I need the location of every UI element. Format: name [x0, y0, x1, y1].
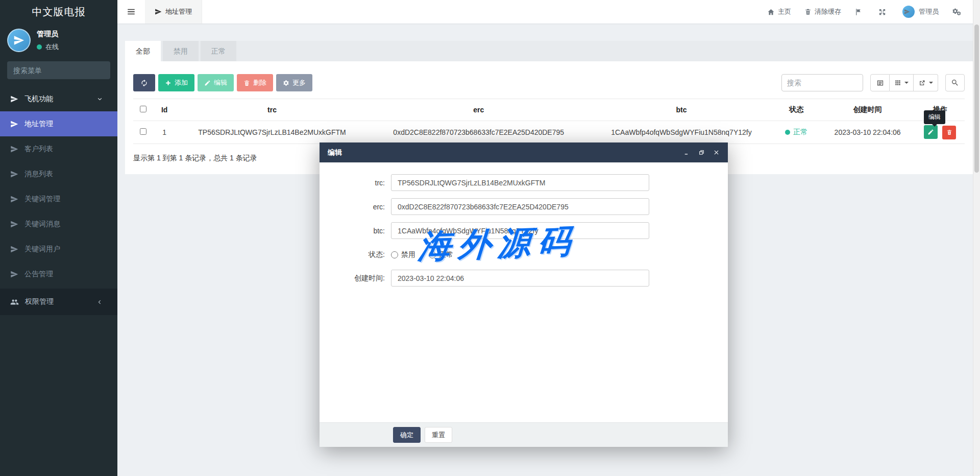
column-header-status[interactable]: 状态 — [773, 99, 819, 121]
user-menu[interactable]: 管理员 — [902, 6, 939, 18]
export-icon — [918, 79, 926, 87]
delete-button[interactable]: 删除 — [237, 74, 273, 91]
erc-field[interactable] — [391, 198, 649, 215]
sidebar-item-message-list[interactable]: 消息列表 — [0, 161, 117, 186]
status-badge: 正常 — [773, 121, 819, 144]
minimize-button[interactable] — [683, 149, 690, 156]
status-dot — [785, 130, 790, 135]
table-row[interactable]: 1 TP56SDRJLtQWG7SjrLzLB14Be2MUxkGFTM 0xd… — [133, 121, 965, 144]
maximize-icon — [698, 149, 705, 156]
cell-trc: TP56SDRJLtQWG7SjrLzLB14Be2MUxkGFTM — [176, 121, 368, 144]
sidebar-item-customer-list[interactable]: 客户列表 — [0, 136, 117, 161]
sidebar-search-input[interactable] — [13, 66, 106, 75]
cell-id: 1 — [153, 121, 176, 144]
more-button[interactable]: 更多 — [276, 74, 312, 91]
trc-field[interactable] — [391, 174, 649, 191]
sidebar-search[interactable] — [7, 61, 110, 79]
status-option-normal[interactable]: 正常 — [429, 250, 453, 259]
row-checkbox[interactable] — [140, 128, 146, 135]
search-button[interactable] — [945, 74, 965, 91]
column-header-created[interactable]: 创建时间 — [819, 99, 915, 121]
column-header-id[interactable]: Id — [153, 99, 176, 121]
trash-icon — [804, 8, 812, 15]
erc-label: erc: — [320, 203, 391, 211]
sidebar-item-plane-functions[interactable]: 飞机功能 — [0, 86, 117, 111]
minimize-icon — [683, 149, 690, 156]
toolbar: 添加 编辑 删除 更多 — [133, 74, 965, 91]
ok-button[interactable]: 确定 — [393, 427, 421, 443]
sidebar-item-keyword-management[interactable]: 关键词管理 — [0, 186, 117, 211]
language-switch[interactable] — [854, 8, 865, 16]
close-icon — [713, 149, 720, 156]
select-all-checkbox[interactable] — [140, 106, 146, 112]
detail-view-button[interactable] — [870, 74, 890, 91]
chevron-left-icon — [96, 299, 103, 305]
cell-erc: 0xdD2C8E822f870723b68633fc7E2EA25D420DE7… — [368, 121, 590, 144]
normal-radio[interactable] — [429, 251, 436, 258]
home-link[interactable]: 主页 — [767, 7, 791, 16]
panel-tabs: 全部 禁用 正常 — [125, 41, 973, 61]
column-header-btc[interactable]: btc — [590, 99, 774, 121]
tab-disabled[interactable]: 禁用 — [163, 41, 199, 61]
cogs-icon — [952, 8, 962, 16]
language-flag-icon — [854, 8, 862, 16]
btc-field[interactable] — [391, 222, 649, 239]
user-name: 管理员 — [37, 30, 59, 39]
online-dot — [37, 44, 42, 50]
reset-button[interactable]: 重置 — [425, 427, 452, 443]
home-icon — [767, 8, 775, 16]
paper-plane-icon — [10, 195, 18, 203]
paper-plane-icon — [10, 95, 18, 103]
sidebar-item-announcement-management[interactable]: 公告管理 — [0, 261, 117, 287]
dialog-header[interactable]: 编辑 — [320, 142, 728, 162]
users-icon — [10, 298, 19, 306]
close-button[interactable] — [713, 149, 720, 156]
vertical-scrollbar[interactable] — [973, 0, 980, 476]
add-button[interactable]: 添加 — [158, 74, 194, 91]
sidebar-item-keyword-user[interactable]: 关键词用户 — [0, 236, 117, 261]
paper-plane-icon — [155, 8, 162, 15]
row-edit-button[interactable] — [924, 125, 938, 139]
table-header-row: Id trc erc btc 状态 创建时间 操作 — [133, 99, 965, 121]
column-header-erc[interactable]: erc — [368, 99, 590, 121]
scrollbar-thumb[interactable] — [974, 25, 979, 173]
paper-plane-icon — [10, 120, 18, 128]
created-label: 创建时间: — [320, 274, 391, 283]
trash-icon — [243, 80, 250, 86]
caret-down-icon — [904, 82, 909, 84]
table-search-input[interactable] — [781, 74, 863, 91]
status-label: 状态: — [320, 250, 391, 259]
refresh-button[interactable] — [133, 74, 155, 91]
tab-normal[interactable]: 正常 — [201, 41, 236, 61]
export-button[interactable] — [914, 74, 938, 91]
fullscreen-icon — [878, 8, 886, 16]
settings-menu[interactable] — [952, 8, 965, 16]
trash-icon — [946, 129, 952, 135]
maximize-button[interactable] — [698, 149, 705, 156]
paper-plane-icon — [10, 270, 18, 278]
sidebar-item-permission-management[interactable]: 权限管理 — [0, 289, 117, 315]
edit-button[interactable]: 编辑 — [198, 74, 234, 91]
paper-plane-icon — [10, 170, 18, 178]
sidebar-item-keyword-message[interactable]: 关键词消息 — [0, 211, 117, 236]
address-table: Id trc erc btc 状态 创建时间 操作 1 TP56SDRJLtQW… — [133, 99, 965, 144]
clear-cache-link[interactable]: 清除缓存 — [804, 7, 841, 16]
pencil-icon — [927, 129, 934, 135]
tab-all[interactable]: 全部 — [125, 41, 161, 61]
cell-actions — [916, 121, 965, 144]
column-header-trc[interactable]: trc — [176, 99, 368, 121]
columns-button[interactable] — [890, 74, 914, 91]
created-field[interactable] — [391, 270, 649, 287]
pencil-icon — [204, 80, 211, 86]
row-delete-button[interactable] — [942, 126, 956, 139]
sidebar-item-address-management[interactable]: 地址管理 — [0, 111, 117, 136]
telegram-avatar — [902, 6, 915, 18]
tab-address-management[interactable]: 地址管理 — [145, 0, 202, 23]
status-option-disabled[interactable]: 禁用 — [391, 250, 415, 259]
dialog-title: 编辑 — [328, 148, 342, 157]
sidebar-toggle-button[interactable] — [117, 0, 145, 23]
app-title: 中文版电报 — [0, 0, 117, 23]
fullscreen-button[interactable] — [878, 8, 889, 16]
disabled-radio[interactable] — [391, 251, 398, 258]
user-status: 在线 — [37, 42, 59, 52]
